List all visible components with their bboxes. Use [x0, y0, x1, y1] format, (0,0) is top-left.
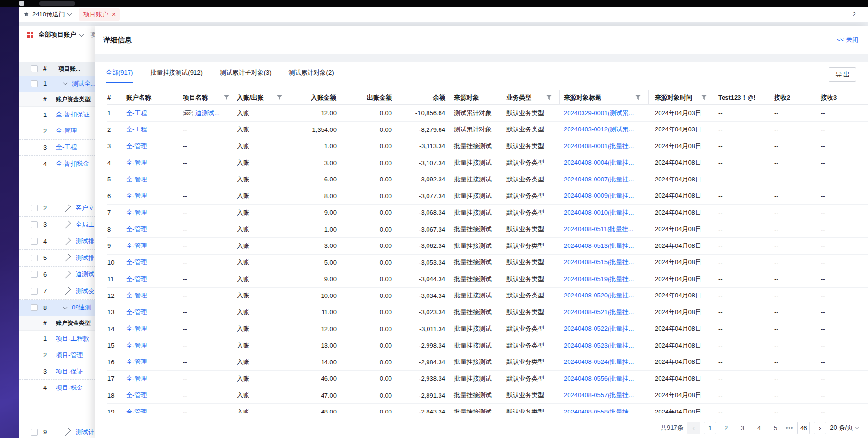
- detail-close-button[interactable]: << 关闭: [837, 36, 858, 44]
- chevron-right-icon[interactable]: [64, 287, 71, 295]
- chevron-right-icon[interactable]: [64, 254, 71, 262]
- filter-icon[interactable]: [635, 95, 641, 100]
- chevron-right-icon[interactable]: [64, 428, 71, 436]
- table-cell[interactable]: 20240408-0515(批量挂...: [560, 258, 649, 267]
- fund-type-link[interactable]: 项目-工程款: [56, 335, 89, 343]
- table-cell[interactable]: 全-管理: [126, 242, 183, 250]
- cell-value: --: [718, 408, 723, 413]
- browser-tab-pill[interactable]: [39, 1, 75, 6]
- table-cell[interactable]: 20240408-0007(批量挂...: [560, 175, 649, 184]
- chevron-down-icon[interactable]: [67, 11, 72, 16]
- chevron-right-icon[interactable]: [64, 237, 71, 245]
- table-cell[interactable]: 全-管理: [126, 192, 183, 200]
- detail-tab[interactable]: 测试累计子对象(3): [220, 68, 272, 83]
- row-checkbox[interactable]: [31, 255, 38, 261]
- chevron-down-icon[interactable]: [63, 305, 68, 309]
- account-group-link[interactable]: 测试全...: [72, 79, 96, 88]
- table-cell[interactable]: 全-管理: [126, 408, 183, 413]
- table-cell[interactable]: 20240408-0009(批量挂...: [560, 192, 649, 200]
- table-cell[interactable]: 全-管理: [126, 275, 183, 283]
- table-cell[interactable]: 全-管理: [126, 308, 183, 317]
- row-checkbox[interactable]: [31, 429, 38, 436]
- detail-tab[interactable]: 批量挂接测试(912): [150, 68, 202, 83]
- chevron-right-icon[interactable]: [64, 221, 71, 229]
- page-button[interactable]: 3: [737, 422, 749, 434]
- table-cell[interactable]: 20240403-0012(测试累...: [560, 125, 649, 134]
- table-cell[interactable]: 全-管理: [126, 208, 183, 217]
- chevron-right-icon[interactable]: [64, 204, 71, 212]
- prev-page-button[interactable]: ‹: [687, 422, 700, 434]
- table-cell[interactable]: 全-管理: [126, 341, 183, 350]
- table-cell[interactable]: 20240408-0511(批量挂...: [560, 225, 649, 233]
- table-cell[interactable]: 20240408-0556(批量挂...: [560, 374, 649, 383]
- page-button[interactable]: 5: [769, 422, 782, 434]
- table-cell[interactable]: 20240408-0004(批量挂...: [560, 158, 649, 167]
- table-cell[interactable]: 全-工程: [126, 125, 183, 134]
- filter-icon[interactable]: [277, 95, 282, 100]
- row-checkbox[interactable]: [31, 238, 38, 245]
- row-checkbox[interactable]: [31, 221, 38, 228]
- next-page-button[interactable]: ›: [814, 422, 826, 434]
- table-cell[interactable]: 20240408-0557(批量挂...: [560, 391, 649, 399]
- detail-tab[interactable]: 测试累计对象(2): [289, 68, 334, 83]
- filter-icon[interactable]: [546, 95, 552, 100]
- page-button[interactable]: 1: [704, 422, 716, 434]
- table-cell[interactable]: 360°迪测试...: [183, 109, 237, 117]
- workspace-switcher[interactable]: 2410传送门: [23, 10, 71, 19]
- export-button[interactable]: 导 出: [829, 67, 856, 82]
- detail-tab[interactable]: 全部(917): [106, 68, 133, 83]
- tab-close-icon[interactable]: ×: [112, 11, 116, 18]
- table-cell[interactable]: 20240408-0523(批量挂...: [560, 341, 649, 350]
- table-cell[interactable]: 全-管理: [126, 391, 183, 399]
- fund-type-link[interactable]: 全-暂扣税金: [56, 159, 89, 168]
- pagination-ellipsis[interactable]: •••: [786, 425, 794, 432]
- table-cell[interactable]: 20240408-0001(批量挂...: [560, 142, 649, 151]
- table-cell: 2: [107, 126, 126, 133]
- cell-value: 20240408-0523(批量挂...: [564, 342, 634, 349]
- page-button[interactable]: 4: [753, 422, 765, 434]
- table-cell[interactable]: 20240408-0558(批量挂...: [560, 408, 649, 413]
- row-checkbox[interactable]: [31, 205, 38, 211]
- fund-type-link[interactable]: 全-暂扣保证...: [56, 110, 94, 119]
- table-cell[interactable]: 全-管理: [126, 225, 183, 233]
- table-cell[interactable]: 20240408-0520(批量挂...: [560, 291, 649, 300]
- filter-icon[interactable]: [701, 95, 707, 100]
- table-cell[interactable]: 全-管理: [126, 258, 183, 267]
- table-cell[interactable]: 20240408-0524(批量挂...: [560, 358, 649, 366]
- fund-type-link[interactable]: 项目-税金: [56, 384, 83, 392]
- last-page-button[interactable]: 46: [797, 422, 810, 434]
- table-cell[interactable]: 全-管理: [126, 158, 183, 167]
- table-cell[interactable]: 全-管理: [126, 175, 183, 184]
- table-cell: --: [770, 159, 817, 167]
- chevron-right-icon[interactable]: [64, 271, 71, 278]
- page-button[interactable]: 2: [720, 422, 733, 434]
- row-checkbox[interactable]: [31, 271, 38, 278]
- fund-type-link[interactable]: 项目-管理: [56, 351, 83, 360]
- account-group-link[interactable]: 09迪测...: [72, 303, 96, 312]
- table-cell[interactable]: 20240408-0521(批量挂...: [560, 308, 649, 317]
- chevron-down-icon[interactable]: [79, 32, 84, 37]
- fund-type-link[interactable]: 项目-保证: [56, 367, 83, 376]
- row-checkbox[interactable]: [31, 304, 38, 311]
- select-all-checkbox[interactable]: [31, 65, 38, 72]
- table-cell[interactable]: 20240408-0519(批量挂...: [560, 275, 649, 283]
- chevron-down-icon[interactable]: [63, 80, 68, 85]
- table-cell[interactable]: 全-工程: [126, 109, 183, 117]
- filter-icon[interactable]: [224, 95, 229, 100]
- table-cell[interactable]: 全-管理: [126, 374, 183, 383]
- row-checkbox[interactable]: [31, 80, 38, 87]
- table-cell[interactable]: 全-管理: [126, 324, 183, 333]
- table-cell[interactable]: 全-管理: [126, 142, 183, 151]
- table-cell[interactable]: 20240408-0010(批量挂...: [560, 208, 649, 217]
- fund-type-link[interactable]: 全-工程: [56, 143, 77, 152]
- table-cell[interactable]: 20240408-0513(批量挂...: [560, 242, 649, 250]
- table-cell[interactable]: 20240329-0001(测试累...: [560, 109, 649, 117]
- page-size-select[interactable]: 20 条/页: [830, 424, 858, 432]
- table-cell[interactable]: 全-管理: [126, 291, 183, 300]
- table-cell[interactable]: 20240408-0522(批量挂...: [560, 324, 649, 333]
- fund-type-link[interactable]: 全-管理: [56, 127, 77, 135]
- row-checkbox[interactable]: [31, 288, 38, 295]
- tab-project-account[interactable]: 项目账户 ×: [79, 8, 120, 21]
- table-cell[interactable]: 全-管理: [126, 358, 183, 366]
- sidebar-title[interactable]: 全部项目账户: [39, 30, 76, 39]
